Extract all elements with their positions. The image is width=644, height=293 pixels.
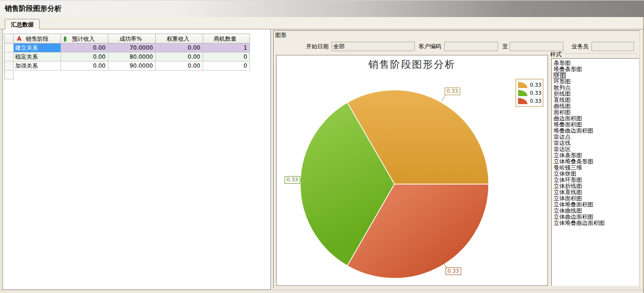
slice-value-callout: 0.33 — [285, 176, 300, 184]
legend-label: 0.33 — [530, 90, 542, 96]
cell-opportunity-count: 1 — [203, 44, 250, 53]
cell-success-rate: 90.0000 — [108, 62, 156, 71]
style-option[interactable]: 立体堆叠曲边面积图 — [554, 220, 638, 226]
tab-summary-data[interactable]: 汇总数据 — [5, 19, 40, 29]
chart-legend: 0.33 0.33 0.33 — [516, 79, 543, 107]
salesman-label: 业务员 — [571, 43, 589, 50]
legend-swatch-red — [518, 98, 528, 104]
customer-code-to-input[interactable] — [510, 42, 564, 51]
to-label: 至 — [502, 43, 509, 50]
graph-group-label: 图形 — [275, 31, 286, 39]
chart-panel: 销售阶段图形分析 — [276, 55, 548, 286]
column-header-label: 成功率% — [119, 36, 142, 42]
legend-swatch-orange — [518, 82, 528, 88]
cell-success-rate: 70.0000 — [108, 44, 156, 53]
cell-expected-revenue: 0.00 — [61, 53, 108, 62]
title-bar: 销售阶段图形分析 — [0, 0, 644, 17]
pie-chart — [277, 55, 548, 286]
column-header-stage[interactable]: A 销售阶段 — [14, 34, 61, 44]
column-header-label: 销售阶段 — [26, 36, 49, 42]
row-selector[interactable] — [4, 62, 14, 71]
cell-weighted-revenue: 0.00 — [156, 62, 203, 71]
empty-row-selector — [4, 71, 14, 80]
legend-entry: 0.33 — [516, 97, 543, 105]
cell-stage: 稳定关系 — [14, 53, 61, 62]
table-row[interactable]: 建立关系 0.00 70.0000 0.00 1 — [4, 44, 250, 53]
start-date-input[interactable] — [331, 42, 415, 51]
customer-code-label: 客户编码 — [419, 43, 441, 50]
column-header-label: 预计收入 — [72, 36, 95, 42]
slice-value-callout: 0.33 — [446, 267, 461, 275]
style-group-label: 样式 — [550, 51, 562, 59]
column-header-expected-revenue[interactable]: 预计收入 — [61, 34, 108, 44]
legend-entry: 0.33 — [516, 81, 543, 89]
column-header-label: 权重收入 — [167, 36, 189, 42]
customer-code-input[interactable] — [444, 42, 498, 51]
cell-weighted-revenue: 0.00 — [156, 44, 203, 53]
slice-value-callout: 0.33 — [445, 88, 460, 95]
graph-panel: 图形 开始日期 客户编码 至 业务员 销售阶段图形分析 — [272, 29, 642, 290]
cell-stage: 建立关系 — [14, 44, 61, 53]
page-title: 销售阶段图形分析 — [5, 4, 62, 13]
chart-style-list: 条形图 堆叠条形图 饼图 环形图 散列点 折线图 直线图 曲线图 面积图 曲边面… — [551, 58, 639, 286]
cell-weighted-revenue: 0.00 — [156, 53, 203, 62]
row-selector[interactable] — [4, 53, 14, 62]
table-row[interactable]: 稳定关系 0.00 80.0000 0.00 0 — [4, 53, 250, 62]
tab-strip: 汇总数据 — [0, 17, 644, 29]
style-option[interactable]: 堆叠条形图 — [554, 66, 638, 72]
cell-stage: 加强关系 — [14, 62, 61, 71]
column-header-opportunity-count[interactable]: 商机数量 — [203, 34, 250, 44]
legend-label: 0.33 — [530, 82, 542, 88]
summary-table-panel: A 销售阶段 预计收入 成功率% 权重收入 商机数量 — [2, 29, 271, 290]
cell-expected-revenue: 0.00 — [61, 62, 108, 71]
legend-swatch-green — [518, 90, 528, 96]
column-header-weighted-revenue[interactable]: 权重收入 — [156, 34, 203, 44]
cell-opportunity-count: 0 — [203, 53, 250, 62]
table-header-row: A 销售阶段 预计收入 成功率% 权重收入 商机数量 — [4, 34, 250, 44]
number-type-icon — [64, 36, 66, 42]
column-header-label: 商机数量 — [214, 36, 237, 42]
cell-opportunity-count: 0 — [203, 62, 250, 71]
summary-table: A 销售阶段 预计收入 成功率% 权重收入 商机数量 — [4, 34, 250, 80]
row-selector[interactable] — [4, 44, 14, 53]
cell-success-rate: 80.0000 — [108, 53, 156, 62]
salesman-input[interactable] — [591, 42, 634, 51]
row-selector-header — [4, 34, 14, 44]
start-date-label: 开始日期 — [306, 43, 329, 50]
bottom-strip — [0, 290, 644, 293]
style-group-line — [564, 53, 638, 54]
text-type-icon: A — [17, 36, 21, 42]
column-header-success-rate[interactable]: 成功率% — [108, 34, 156, 44]
legend-label: 0.33 — [530, 98, 542, 104]
legend-entry: 0.33 — [516, 89, 543, 97]
cell-expected-revenue: 0.00 — [61, 44, 108, 53]
table-row[interactable]: 加强关系 0.00 90.0000 0.00 0 — [4, 62, 250, 71]
